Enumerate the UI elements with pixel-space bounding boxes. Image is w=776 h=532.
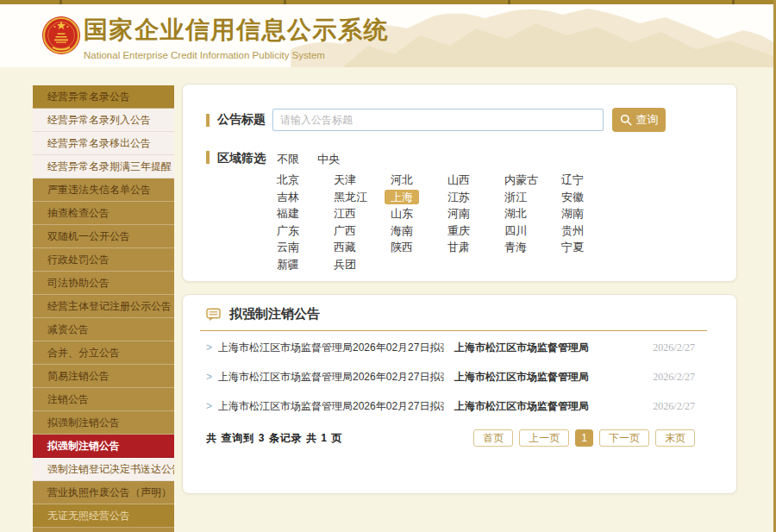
region-option[interactable]: 江西 <box>334 207 356 220</box>
announcement-date: 2026/2/27 <box>653 341 695 354</box>
region-option-cell: 广西 <box>334 223 391 239</box>
region-option[interactable]: 湖南 <box>561 207 584 220</box>
region-option[interactable]: 山西 <box>447 173 470 186</box>
sidebar-item[interactable]: 注销公告 <box>33 388 174 411</box>
region-option[interactable]: 云南 <box>277 241 299 253</box>
sidebar-item[interactable]: 经营异常名录期满三年提醒 <box>33 155 174 178</box>
region-option[interactable]: 陕西 <box>391 241 413 253</box>
region-option-cell: 西藏 <box>334 240 391 255</box>
sidebar-item[interactable]: 强制注销登记决定书送达公告 <box>33 458 174 481</box>
sidebar-item[interactable]: 严重违法失信名单公告 <box>33 178 174 202</box>
region-option[interactable]: 兵团 <box>334 258 356 271</box>
region-option[interactable]: 江苏 <box>447 191 470 203</box>
announcement-row[interactable]: >上海市松江区市场监督管理局2026年02月27日拟强制注...上海市松江区市场… <box>183 362 736 391</box>
region-option[interactable]: 新疆 <box>277 258 299 271</box>
search-input[interactable] <box>272 109 604 131</box>
list-divider <box>200 330 707 331</box>
region-option-cell: 甘肃 <box>447 240 504 255</box>
announcement-list: >上海市松江区市场监督管理局2026年02月27日拟强制注...上海市松江区市场… <box>183 333 736 421</box>
search-row: 公告标题 查询 <box>206 108 736 132</box>
announcement-title[interactable]: 上海市松江区市场监督管理局2026年02月27日拟强制注... <box>218 399 444 414</box>
announcement-icon <box>206 308 221 322</box>
announcement-row[interactable]: >上海市松江区市场监督管理局2026年02月27日拟强制注...上海市松江区市场… <box>183 333 736 362</box>
region-special-row: 不限中央 <box>277 151 618 168</box>
region-option[interactable]: 上海 <box>385 190 419 204</box>
pagination: 首页上一页1下一页末页 <box>473 429 695 447</box>
pagination-button[interactable]: 末页 <box>655 429 695 447</box>
region-option[interactable]: 浙江 <box>504 191 527 203</box>
sidebar-item[interactable]: 拟强制注销公告 <box>33 435 174 458</box>
region-option-cell: 福建 <box>277 206 334 222</box>
sidebar-item[interactable]: 拟强制注销公告 <box>33 411 174 435</box>
region-option[interactable]: 安徽 <box>561 191 584 203</box>
region-option[interactable]: 河北 <box>391 173 413 186</box>
content-column: 公告标题 查询 区域筛选 不限中央 北京天津河北山西内蒙古辽宁吉林黑龙江上海江苏… <box>182 67 737 494</box>
region-option[interactable]: 河南 <box>447 207 470 220</box>
region-option[interactable]: 内蒙古 <box>504 173 538 186</box>
region-option[interactable]: 吉林 <box>277 191 299 203</box>
region-option-cell: 贵州 <box>561 223 618 239</box>
announcement-title[interactable]: 上海市松江区市场监督管理局2026年02月27日拟强制注... <box>218 370 444 385</box>
sidebar-item[interactable]: 减资公告 <box>33 318 174 341</box>
region-option[interactable]: 青海 <box>504 241 527 253</box>
sidebar-item[interactable]: 经营主体登记注册公示公告 <box>33 295 174 318</box>
announcement-date: 2026/2/27 <box>653 400 695 413</box>
region-option[interactable]: 中央 <box>317 153 340 166</box>
region-option-cell: 山东 <box>391 206 447 222</box>
region-option-cell: 青海 <box>504 240 561 255</box>
pagination-button[interactable]: 首页 <box>473 429 513 447</box>
pagination-current-page[interactable]: 1 <box>575 429 593 447</box>
region-option-cell: 兵团 <box>334 257 391 272</box>
region-option[interactable]: 北京 <box>277 173 299 186</box>
region-option[interactable]: 重庆 <box>447 224 470 237</box>
list-header: 拟强制注销公告 <box>206 306 736 322</box>
sidebar-item[interactable]: 行政处罚公告 <box>33 248 174 272</box>
region-option[interactable]: 湖北 <box>504 207 527 220</box>
region-option-cell: 不限 <box>277 152 317 167</box>
pagination-button[interactable]: 下一页 <box>599 429 649 447</box>
region-option[interactable]: 海南 <box>391 224 413 237</box>
site-title: 国家企业信用信息公示系统 <box>84 14 389 47</box>
region-option[interactable]: 山东 <box>391 207 413 220</box>
region-option[interactable]: 天津 <box>334 173 356 186</box>
region-option-cell: 四川 <box>504 223 561 239</box>
region-option[interactable]: 四川 <box>504 224 527 237</box>
region-option[interactable]: 福建 <box>277 207 299 220</box>
region-option[interactable]: 不限 <box>277 153 299 166</box>
summary-row: 共 查询到 3 条记录 共 1 页 首页上一页1下一页末页 <box>183 429 736 447</box>
announcement-date: 2026/2/27 <box>653 371 695 384</box>
pagination-button[interactable]: 上一页 <box>519 429 569 447</box>
sidebar-item[interactable]: 合并、分立公告 <box>33 341 174 365</box>
region-option[interactable]: 广东 <box>277 224 299 237</box>
sidebar-item[interactable]: 双随机一公开公告 <box>33 225 174 248</box>
region-option[interactable]: 辽宁 <box>561 173 584 186</box>
sidebar-item[interactable] <box>33 528 174 532</box>
region-option-cell: 重庆 <box>447 223 504 239</box>
region-option[interactable]: 广西 <box>334 224 356 237</box>
sidebar-item[interactable]: 经营异常名录移出公告 <box>33 132 174 155</box>
accent-bar <box>206 151 210 164</box>
sidebar-item[interactable]: 抽查检查公告 <box>33 202 174 225</box>
list-title: 拟强制注销公告 <box>229 306 320 322</box>
sidebar-item[interactable]: 无证无照经营公告 <box>33 504 174 528</box>
sidebar-item[interactable]: 经营异常名录公告 <box>33 85 174 109</box>
region-option[interactable]: 甘肃 <box>447 241 470 253</box>
announcement-panel: 拟强制注销公告 >上海市松江区市场监督管理局2026年02月27日拟强制注...… <box>182 294 737 494</box>
region-option-cell: 黑龙江 <box>334 190 391 205</box>
region-option-cell: 云南 <box>277 240 334 255</box>
region-option-cell: 北京 <box>277 172 334 188</box>
region-option[interactable]: 西藏 <box>334 241 356 253</box>
region-option-cell: 新疆 <box>277 257 334 272</box>
sidebar-item[interactable]: 营业执照作废公告（声明） <box>33 481 174 504</box>
search-button[interactable]: 查询 <box>612 108 666 132</box>
sidebar-item[interactable]: 司法协助公告 <box>33 272 174 295</box>
announcement-row[interactable]: >上海市松江区市场监督管理局2026年02月27日拟强制注...上海市松江区市场… <box>183 391 736 421</box>
region-option[interactable]: 宁夏 <box>561 241 584 253</box>
region-option[interactable]: 黑龙江 <box>334 191 367 203</box>
region-label: 区域筛选 <box>217 151 272 166</box>
main-layout: 经营异常名录公告经营异常名录列入公告经营异常名录移出公告经营异常名录期满三年提醒… <box>0 67 776 532</box>
sidebar-item[interactable]: 经营异常名录列入公告 <box>33 109 174 132</box>
sidebar-item[interactable]: 简易注销公告 <box>33 365 174 388</box>
region-option[interactable]: 贵州 <box>561 224 584 237</box>
announcement-title[interactable]: 上海市松江区市场监督管理局2026年02月27日拟强制注... <box>218 341 444 355</box>
